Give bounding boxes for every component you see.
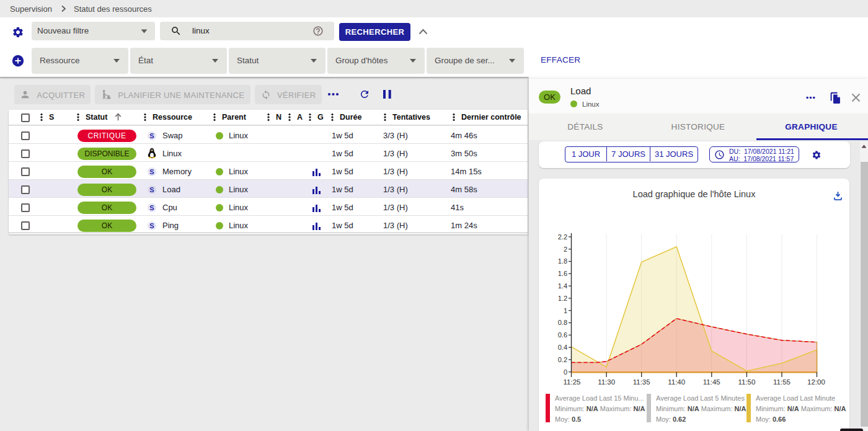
svg-text:11:35: 11:35 — [633, 378, 650, 386]
svg-text:11:25: 11:25 — [564, 378, 581, 386]
svg-text:11:30: 11:30 — [598, 378, 615, 386]
svg-text:11:40: 11:40 — [668, 378, 685, 386]
svg-text:1.8: 1.8 — [558, 257, 567, 265]
svg-text:0.6: 0.6 — [558, 331, 567, 339]
svg-text:12:00: 12:00 — [807, 378, 825, 386]
svg-text:1.2: 1.2 — [558, 295, 567, 302]
svg-text:1: 1 — [564, 307, 567, 314]
svg-text:0.8: 0.8 — [558, 319, 567, 326]
svg-text:2.2: 2.2 — [558, 233, 567, 241]
svg-text:1.4: 1.4 — [558, 282, 567, 290]
svg-text:0: 0 — [564, 368, 567, 376]
svg-text:11:50: 11:50 — [738, 378, 755, 386]
svg-text:1.6: 1.6 — [558, 270, 567, 277]
svg-text:11:55: 11:55 — [773, 378, 790, 386]
svg-text:2: 2 — [564, 246, 567, 253]
svg-text:0.2: 0.2 — [558, 356, 567, 363]
svg-text:11:45: 11:45 — [703, 378, 720, 386]
svg-text:0.4: 0.4 — [558, 344, 567, 351]
